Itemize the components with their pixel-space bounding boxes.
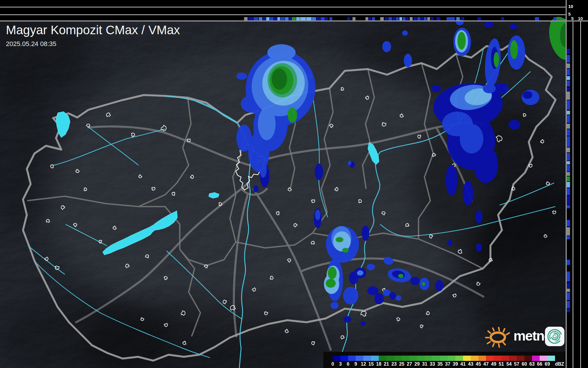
sun-icon: [484, 325, 513, 348]
right-profile-echo: [567, 148, 570, 152]
echo-cell: [258, 108, 276, 140]
panel-divider-vertical: [566, 0, 567, 368]
top-profile-echo: [321, 17, 325, 20]
top-profile-echo: [380, 17, 384, 20]
right-profile-echo: [567, 153, 570, 161]
legend-tick-label: 25: [399, 362, 404, 367]
echo-cell: [404, 54, 412, 67]
legend-tick-label: 23: [391, 362, 397, 367]
top-profile-echo: [253, 17, 258, 20]
right-profile-echo: [567, 176, 570, 181]
legend-tick-label: 33: [430, 362, 435, 367]
top-profile-echo: [421, 17, 423, 20]
top-profile-echo: [456, 17, 460, 20]
top-profile-echo: [274, 17, 277, 20]
legend-tick-label: 9: [355, 362, 357, 367]
top-profile-echo: [368, 17, 371, 20]
legend-swatch: [455, 356, 463, 361]
legend-swatch: [524, 356, 532, 361]
echo-cell: [326, 279, 336, 288]
echo-cell: [367, 264, 375, 270]
legend-tick-label: 29: [414, 362, 420, 367]
legend-swatch: [379, 356, 386, 361]
top-profile-echo: [353, 17, 355, 20]
top-panel-gridline-10km: [0, 7, 566, 7]
color-scale-unit: dBZ: [555, 362, 564, 367]
legend-tick-label: 49: [491, 362, 496, 367]
legend-swatch: [371, 356, 379, 361]
right-profile-echo: [567, 100, 570, 110]
legend-tick-label: 66: [537, 362, 542, 367]
echo-cell: [396, 295, 401, 301]
right-profile-echo: [567, 188, 570, 195]
legend-swatch: [333, 356, 340, 361]
echo-cell: [315, 163, 323, 180]
legend-tick-label: 45: [476, 362, 481, 367]
right-profile-echo: [567, 161, 570, 164]
top-profile-echo: [399, 17, 402, 20]
echo-cell: [389, 292, 396, 300]
legend-tick-label: 60: [522, 362, 527, 367]
top-profile-echo: [300, 17, 306, 20]
echo-cell: [476, 243, 482, 251]
echo-cell: [431, 85, 441, 92]
echo-cell: [357, 270, 363, 276]
echo-cell: [272, 68, 287, 90]
right-profile-echo: [567, 129, 570, 136]
echo-cell: [360, 321, 366, 326]
top-profile-echo: [424, 17, 427, 20]
right-profile-echo: [567, 69, 570, 75]
legend-tick-label: 12: [361, 362, 366, 367]
top-axis-label-10: 10: [568, 4, 573, 9]
legend-swatch: [501, 356, 509, 361]
color-scale-swatches: [333, 356, 555, 361]
echo-cell: [330, 302, 339, 309]
legend-swatch: [540, 356, 547, 361]
legend-tick-label: 37: [445, 362, 450, 367]
metnet-logo: metnet: [484, 325, 566, 348]
legend-swatch: [386, 356, 394, 361]
legend-swatch: [356, 356, 363, 361]
right-profile-echo: [567, 49, 570, 54]
top-profile-echo: [431, 17, 434, 20]
top-profile-echo: [285, 17, 289, 20]
legend-swatch: [402, 356, 409, 361]
right-profile-echo: [567, 172, 570, 176]
right-profile-echo: [567, 196, 570, 205]
top-profile-echo: [277, 17, 280, 20]
echo-cell: [348, 161, 351, 165]
legend-swatch: [486, 356, 494, 361]
legend-tick-label: 39: [453, 362, 458, 367]
legend-swatch: [547, 356, 555, 361]
right-profile-echo: [567, 111, 570, 115]
top-profile-echo: [403, 17, 406, 20]
echo-cell: [236, 73, 247, 80]
radar-map: [0, 0, 566, 368]
right-axis-label-5: 5: [571, 16, 574, 21]
legend-tick-label: 43: [468, 362, 473, 367]
right-panel-gridline-10km: [580, 21, 581, 368]
top-profile-echo: [292, 17, 296, 20]
legend-swatch: [409, 356, 417, 361]
echo-cell: [446, 165, 457, 195]
top-profile-echo: [325, 17, 328, 20]
right-profile-echo: [567, 301, 570, 308]
legend-swatch: [478, 356, 486, 361]
echo-cell: [343, 316, 351, 323]
echo-cell: [253, 185, 258, 192]
legend-swatch: [509, 356, 517, 361]
right-profile-echo: [567, 115, 570, 123]
top-profile-echo: [535, 17, 539, 20]
echo-cell: [410, 277, 420, 285]
top-profile-echo: [266, 17, 269, 20]
legend-swatch: [463, 356, 471, 361]
legend-tick-label: 18: [376, 362, 381, 367]
legend-swatch: [471, 356, 478, 361]
map-header: Magyar Kompozit CMax / VMax 2025.05.24 0…: [6, 23, 180, 48]
top-profile-echo: [316, 17, 320, 20]
right-axis-label-10: 10: [578, 16, 583, 21]
echo-cell: [494, 52, 499, 67]
right-profile-echo: [567, 260, 570, 265]
echo-cell: [336, 237, 343, 242]
echo-cell: [510, 24, 517, 30]
